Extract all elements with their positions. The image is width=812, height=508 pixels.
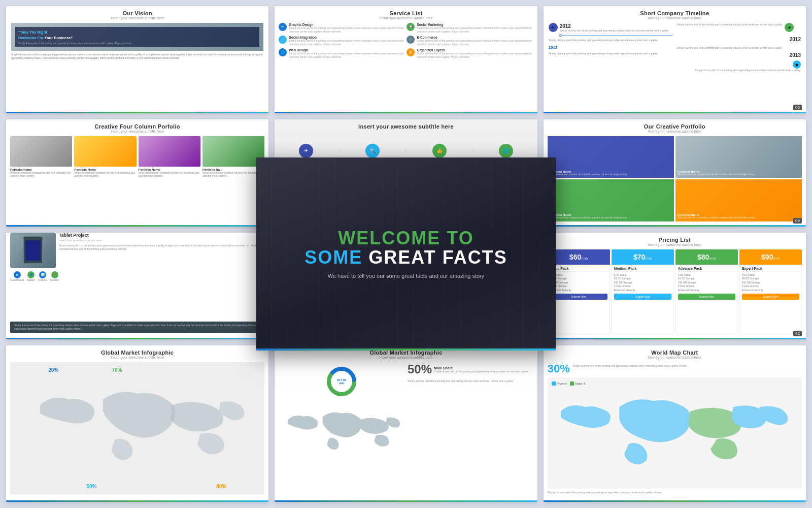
- portfolio-desc-2: When an unknown scripted not only five c…: [74, 171, 136, 178]
- support-icon: 👤: [27, 271, 35, 278]
- our-portfolio-sub-4: When an unknown scripted not only five c…: [678, 216, 800, 219]
- service-item: ✏ Graphic Design Simply dummy text of th…: [279, 23, 405, 33]
- tablet-image: [10, 233, 56, 268]
- timeline-content: ✈ 2012 Simply dummy text of the printing…: [544, 23, 806, 76]
- global2-subtitle: Insert your awesome subtitle here: [275, 356, 537, 359]
- service-icon-graphic-design: ✏: [279, 23, 287, 31]
- service-name: Web Design: [289, 48, 405, 52]
- our-portfolio-overlay-3: Portfolio Name When an unknown scripted …: [548, 179, 674, 221]
- tablet-project-sub: Insert your awesome sub title here: [59, 239, 264, 242]
- portfolio-desc-4: When an unknown scripted not only five c…: [202, 171, 264, 178]
- service-icon-ecommerce: 🛒: [407, 36, 415, 44]
- tablet-icon-customizable: ⚙ Customizable: [10, 271, 24, 281]
- service-desc: Simply dummy text of the printing and ty…: [289, 39, 405, 46]
- customizable-label: Customizable: [10, 279, 24, 281]
- slide-pricing: Pricing List Insert your awesome subtitl…: [544, 233, 806, 340]
- price-col-medium: $70/mo Medium Pack Free Setup 20 GB Stor…: [612, 249, 674, 335]
- male-share-label: Male Share: [434, 366, 529, 370]
- tablet-left: ⚙ Customizable 👤 Support 📊 Analytics 📍 L…: [10, 233, 56, 318]
- portfolio4col-subtitle: Insert your awesome subtitle here: [6, 130, 268, 133]
- service-name: Organized Layers: [417, 48, 533, 52]
- service-icon-social-marketing: 📢: [407, 23, 415, 31]
- hero-bottom-bar: [256, 348, 556, 351]
- analytics-label: Analytics: [38, 279, 47, 281]
- stage-circle-2: 🔍: [365, 144, 380, 158]
- price-submit-basic[interactable]: Submit Now: [550, 294, 607, 300]
- slide-timeline: Short Company Timeline Insert your aweso…: [544, 6, 806, 113]
- price-col-basic: $60/mo Basic Pack Free Setup 10 GB Stora…: [548, 249, 610, 335]
- worldmap-body-text: Simply dummy text of the printing and ty…: [548, 491, 802, 494]
- global2-map-svg: [279, 401, 404, 464]
- timeline-right-year-2013: 2013: [676, 50, 801, 59]
- price-submit-advance[interactable]: Submit Now: [678, 294, 735, 300]
- service-text-social-integration: Social Integration Simply dummy text of …: [289, 36, 405, 46]
- global2-left: $17.00mln: [279, 362, 404, 494]
- tablet-right: Tablet Project Insert your awesome sub t…: [59, 233, 264, 318]
- service-name: E-Commerce: [417, 36, 533, 39]
- service-text-web-design: Web Design Simply dummy text of the prin…: [289, 48, 405, 58]
- slide-global1: Global Market Infographic Insert your aw…: [6, 345, 268, 502]
- timeline-line-1: [562, 36, 673, 36]
- price-feature: 100 GB Storage: [614, 281, 671, 284]
- hero-great-text: GREAT FACTS: [368, 247, 507, 268]
- timeline-col-right: Simply dummy text of the printing and ty…: [676, 23, 801, 72]
- timeline-title: Short Company Timeline: [544, 10, 806, 16]
- slide-vision: Our Vision Insert your awesome subtitle …: [6, 6, 268, 113]
- portfolio-item-4: Portfolio Na... When an unknown scripted…: [202, 136, 264, 178]
- timeline-connector-1: [549, 34, 673, 37]
- portfolio4col-bottom-bar: [6, 225, 268, 227]
- global2-map-mini: [279, 401, 404, 466]
- timeline-text-2013: Simply dummy text of the printing and ty…: [549, 52, 673, 55]
- global1-stat-20: 20%: [48, 367, 58, 373]
- price-submit-expert[interactable]: Submit Now: [742, 294, 799, 300]
- price-period-expert: /mo: [773, 256, 780, 261]
- timeline-bottom-bar: [544, 112, 806, 113]
- price-pack-name-basic: Basic Pack: [550, 267, 607, 272]
- timeline-icon-1: ✈: [549, 23, 558, 32]
- service-desc: Simply dummy text of the printing and ty…: [417, 52, 533, 58]
- price-amount-medium: $70: [633, 253, 645, 261]
- global2-donut: $17.00mln: [326, 366, 357, 397]
- service-name: Social Marketing: [417, 23, 533, 26]
- global1-content: 20% 70% 50% 80%: [6, 362, 268, 498]
- our-portfolio-slide-number: 09: [793, 218, 802, 224]
- vision-bottom-bar: [6, 112, 268, 113]
- price-feature: 40 GB Storage: [678, 277, 735, 280]
- analytics-icon: 📊: [39, 271, 46, 278]
- price-header-expert: $90/mo: [739, 249, 802, 265]
- legend-color-2: [570, 382, 574, 386]
- worldmap-content: 30% Simply dummy text of the printing an…: [544, 362, 806, 498]
- global2-bottom-bar: [275, 500, 537, 502]
- price-feature: Enhanced Security: [614, 289, 671, 292]
- worldmap-map: Region A Region B: [548, 377, 802, 489]
- price-body-medium: Medium Pack Free Setup 20 GB Storage 100…: [612, 265, 674, 335]
- price-amount-expert: $90: [761, 253, 773, 261]
- hero-great-facts-text: GREAT FACTS: [368, 247, 507, 268]
- worldmap-legend: Region A Region B: [552, 382, 586, 386]
- our-portfolio-sub-3: When an unknown scripted not only five c…: [550, 216, 672, 219]
- price-period-medium: /mo: [645, 256, 652, 261]
- price-col-expert: $90/mo Expert Pack Free Setup 80 GB Stor…: [739, 249, 802, 335]
- timeline-year-label-2013: 2013: [549, 45, 557, 50]
- slide-services: Service List Insert your awesome subtitl…: [275, 6, 537, 113]
- worldmap-subtitle: Insert your awesome subtitle here: [544, 356, 806, 359]
- price-submit-medium[interactable]: Submit Now: [614, 294, 671, 300]
- legend-item-1: Region A: [552, 382, 567, 386]
- timeline-item-2: 2013: [549, 45, 673, 50]
- center-title: Insert your awesome subtitle here: [275, 123, 537, 130]
- support-label: Support: [27, 279, 35, 281]
- global1-title: Global Market Infographic: [6, 350, 268, 356]
- customizable-icon: ⚙: [14, 271, 21, 278]
- portfolio4col-row: Portfolio Name When an unknown scripted …: [6, 136, 268, 182]
- price-period-basic: /mo: [581, 256, 588, 261]
- tablet-icon-analytics: 📊 Analytics: [38, 271, 47, 281]
- our-portfolio-bottom-bar: [544, 225, 806, 227]
- global2-content: $17.00mln 50% Mal: [275, 362, 537, 498]
- our-portfolio-overlay-1: Portfolio Name When an unknown scripted …: [548, 136, 674, 178]
- timeline-year-2: 2012: [790, 37, 801, 42]
- pricing-title: Pricing List: [544, 237, 806, 243]
- legend-label-2: Region B: [575, 382, 586, 385]
- worldmap-title: World Map Chart: [544, 350, 806, 356]
- global1-stat-50: 50%: [86, 484, 96, 489]
- vision-quote-box: "Take The RightDecisions For Your Busine…: [15, 27, 259, 47]
